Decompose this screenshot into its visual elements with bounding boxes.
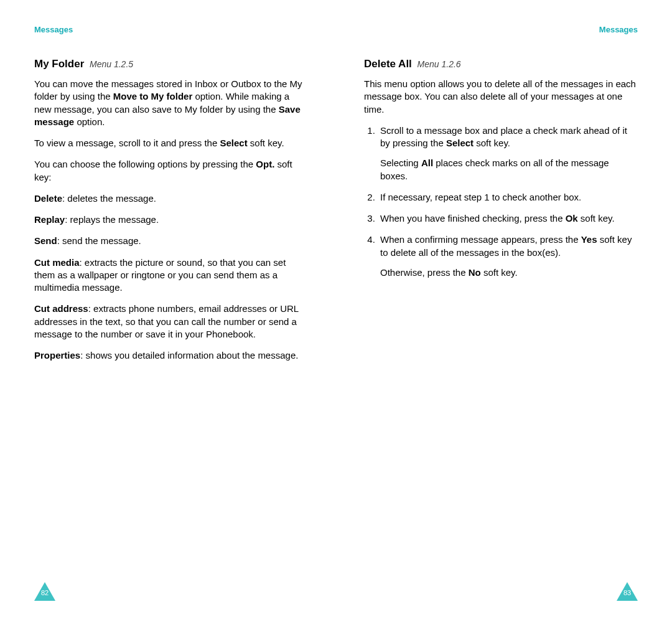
- step-3: When you have finished checking, press t…: [378, 212, 638, 225]
- heading-text: Delete All: [364, 58, 412, 70]
- body-right: This menu option allows you to delete al…: [364, 78, 638, 288]
- footer: 82 83: [0, 582, 672, 601]
- option-delete: Delete: deletes the message.: [34, 192, 308, 205]
- running-header-left: Messages: [34, 25, 308, 34]
- step-2: If necessary, repeat step 1 to check ano…: [378, 191, 638, 204]
- option-replay: Replay: replays the message.: [34, 214, 308, 226]
- section-heading-delete-all: Delete All Menu 1.2.6: [364, 58, 638, 70]
- step-1: Scroll to a message box and place a chec…: [378, 125, 638, 182]
- page-number-left: 82: [34, 582, 55, 601]
- page-number-value: 83: [617, 589, 638, 596]
- section-heading-my-folder: My Folder Menu 1.2.5: [34, 58, 308, 70]
- body-left: You can move the messages stored in Inbo…: [34, 78, 308, 370]
- steps-list: Scroll to a message box and place a chec…: [364, 125, 638, 279]
- heading-text: My Folder: [34, 58, 84, 70]
- step-4-sub: Otherwise, press the No soft key.: [380, 266, 638, 279]
- menu-tag: Menu 1.2.5: [90, 59, 133, 69]
- para-intro: This menu option allows you to delete al…: [364, 78, 638, 116]
- step-1-sub: Selecting All places check marks on all …: [380, 157, 638, 182]
- para-view: To view a message, scroll to it and pres…: [34, 137, 308, 149]
- option-properties: Properties: shows you detailed informati…: [34, 349, 308, 362]
- option-send: Send: send the message.: [34, 235, 308, 247]
- running-header-right: Messages: [364, 25, 638, 34]
- page-number-value: 82: [34, 589, 55, 596]
- page-right: Messages Delete All Menu 1.2.6 This menu…: [364, 25, 638, 370]
- option-cut-media: Cut media: extracts the picture or sound…: [34, 257, 308, 294]
- step-4: When a confirming message appears, press…: [378, 233, 638, 279]
- page-number-right: 83: [617, 582, 638, 601]
- menu-tag: Menu 1.2.6: [418, 59, 461, 69]
- option-cut-address: Cut address: extracts phone numbers, ema…: [34, 303, 308, 341]
- para-intro-1: You can move the messages stored in Inbo…: [34, 78, 308, 128]
- page-left: Messages My Folder Menu 1.2.5 You can mo…: [34, 25, 308, 370]
- page-spread: Messages My Folder Menu 1.2.5 You can mo…: [0, 0, 672, 370]
- para-options-lead: You can choose the following options by …: [34, 158, 308, 184]
